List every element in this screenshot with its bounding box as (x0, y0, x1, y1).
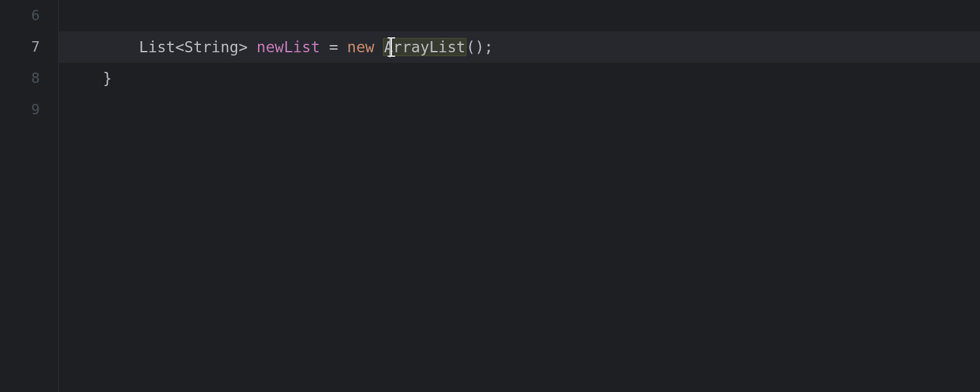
code-token: List (139, 39, 175, 56)
line-number[interactable]: 8 (0, 63, 40, 94)
text-caret (389, 38, 391, 57)
code-token: < (175, 39, 184, 56)
code-token: () (466, 39, 484, 56)
code-token: ArrayList (383, 38, 467, 56)
code-token: ; (484, 39, 493, 56)
code-token: String (184, 39, 238, 56)
code-line[interactable] (59, 0, 980, 31)
code-line[interactable]: } (59, 63, 980, 94)
code-token: = (329, 39, 338, 56)
code-editor-area[interactable]: List<String> newList = new ArrayList(); … (59, 0, 980, 392)
code-token: newList (257, 39, 320, 56)
line-number-gutter: 6 7 8 9 (0, 0, 59, 392)
code-token: new (347, 39, 374, 56)
code-token: > (238, 39, 248, 56)
code-line[interactable]: List<String> newList = new ArrayList(); (59, 31, 980, 63)
line-number[interactable]: 6 (0, 0, 40, 31)
code-token: } (103, 70, 112, 87)
code-line[interactable] (59, 94, 980, 125)
line-number[interactable]: 9 (0, 94, 40, 125)
editor-container: 6 7 8 9 List<String> newList = new Array… (0, 0, 980, 392)
line-number[interactable]: 7 (0, 31, 40, 63)
